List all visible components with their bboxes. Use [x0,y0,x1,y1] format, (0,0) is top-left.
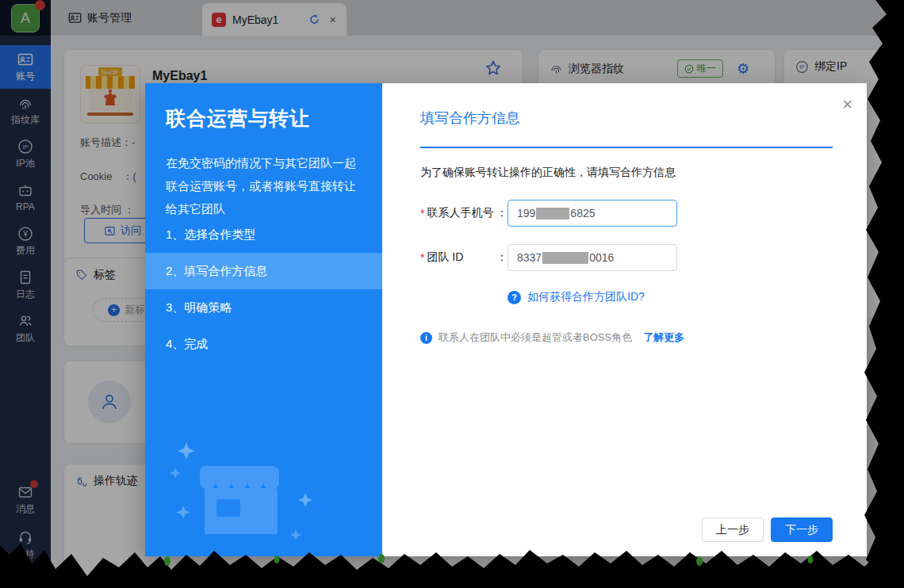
step-list: 1、选择合作类型 2、填写合作方信息 3、明确策略 4、完成 [145,216,382,362]
required-mark: * [420,251,424,264]
step-item-1: 1、选择合作类型 [145,216,382,253]
required-mark: * [420,207,424,220]
redacted-block [536,208,569,220]
modal-title: 联合运营与转让 [166,105,310,132]
question-icon: ? [508,291,521,304]
role-note: 联系人在团队中必须是超管或者BOSS角色 [439,330,632,345]
phone-label: * 联系人手机号 ： [420,206,508,220]
step-item-4: 4、完成 [145,326,382,362]
phone-field-row: * 联系人手机号 ： 1996825 [420,200,677,227]
modal-footer: 上一步 下一步 [702,517,833,542]
modal-steps-panel: 联合运营与转让 在免交密码的情况下与其它团队一起联合运营账号，或者将账号直接转让… [145,83,382,556]
modal-form-panel: × 填写合作方信息 为了确保账号转让操作的正确性，请填写合作方信息 * 联系人手… [382,83,867,556]
app-window: A 账号管理 e MyEbay1 × 账号 指纹库 IP IP池 R [0,0,904,588]
shop-illustration [169,436,343,556]
phone-input[interactable]: 1996825 [508,200,677,227]
info-icon: i [420,332,432,344]
previous-step-button[interactable]: 上一步 [702,517,764,542]
heading-underline [420,147,833,148]
team-id-input[interactable]: 83370016 [508,244,677,271]
team-id-field-row: * 团队 ID ： 83370016 [420,244,677,271]
step-item-2-active: 2、填写合作方信息 [145,253,382,289]
form-heading: 填写合作方信息 [420,109,520,128]
help-link-row: ? 如何获得合作方团队ID? [508,290,645,304]
how-to-get-team-id-link[interactable]: 如何获得合作方团队ID? [527,290,645,304]
form-intro: 为了确保账号转让操作的正确性，请填写合作方信息 [420,166,676,180]
learn-more-link[interactable]: 了解更多 [643,330,684,345]
role-note-row: i 联系人在团队中必须是超管或者BOSS角色 了解更多 [420,330,684,345]
cooperation-modal: 联合运营与转让 在免交密码的情况下与其它团队一起联合运营账号，或者将账号直接转让… [145,83,867,556]
team-id-label: * 团队 ID ： [420,250,508,265]
next-step-button[interactable]: 下一步 [771,517,833,542]
step-item-3: 3、明确策略 [145,289,382,326]
close-icon[interactable]: × [842,96,852,113]
modal-description: 在免交密码的情况下与其它团队一起联合运营账号，或者将账号直接转让给其它团队 [166,151,366,220]
redacted-block [542,252,588,264]
